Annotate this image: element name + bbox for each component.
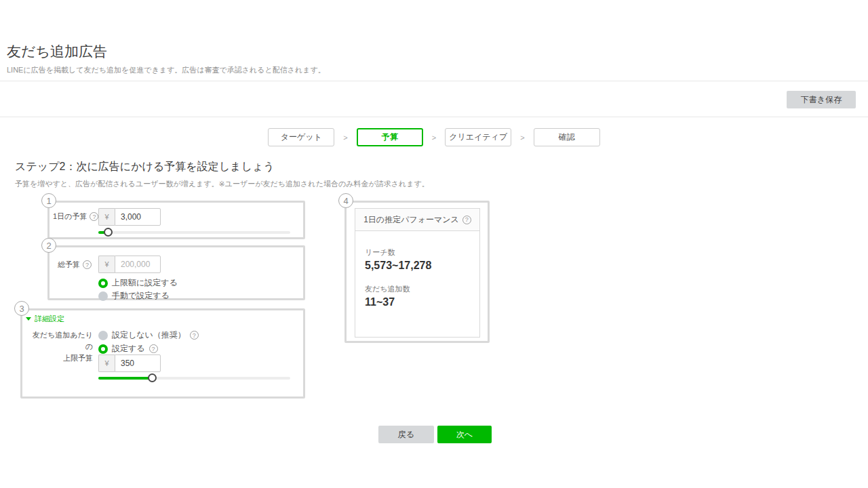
radio-set-limit[interactable]: 設定する ? (98, 343, 158, 354)
radio-label: 設定しない（推奨） (112, 329, 186, 341)
tab-confirm[interactable]: 確認 (534, 128, 600, 146)
help-icon[interactable]: ? (190, 331, 199, 340)
radio-set-upper-limit[interactable]: 上限額に設定する (98, 277, 178, 289)
per-friend-budget-input[interactable] (115, 354, 161, 372)
section-number-3: 3 (14, 301, 29, 316)
draft-save-button[interactable]: 下書き保存 (787, 91, 856, 108)
daily-budget-label-text: 1日の予算 (53, 211, 87, 222)
step-description: 予算を増やすと、広告が配信されるユーザー数が増えます。※ユーザーが友だち追加され… (15, 179, 429, 189)
friends-added-label: 友だち追加数 (365, 284, 470, 294)
section-number-4: 4 (338, 193, 353, 208)
chevron-right-icon: > (432, 134, 436, 142)
advanced-settings-toggle[interactable]: 詳細設定 (26, 314, 64, 324)
page-subtitle: LINEに広告を掲載して友だち追加を促進できます。広告は審査で承認されると配信さ… (7, 65, 326, 75)
friends-added-value: 11~37 (365, 296, 470, 308)
advanced-settings-label: 詳細設定 (35, 314, 64, 324)
chevron-right-icon: > (520, 134, 524, 142)
radio-no-limit[interactable]: 設定しない（推奨） ? (98, 329, 199, 341)
section-number-1: 1 (41, 193, 56, 208)
performance-panel: 1日の推定パフォーマンス ? リーチ数 5,573~17,278 友だち追加数 … (355, 208, 480, 338)
total-budget-input[interactable] (115, 256, 161, 273)
total-budget-label-text: 総予算 (58, 260, 80, 270)
slider-fill (98, 377, 152, 380)
back-button[interactable]: 戻る (378, 426, 434, 443)
radio-label: 上限額に設定する (112, 277, 178, 289)
slider-track (98, 231, 290, 234)
step-heading: ステップ2：次に広告にかける予算を設定しましょう (15, 160, 275, 174)
total-budget-section (47, 245, 305, 300)
radio-label: 設定する (112, 343, 145, 354)
radio-label: 手動で設定する (112, 290, 170, 302)
performance-panel-body: リーチ数 5,573~17,278 友だち追加数 11~37 (355, 231, 479, 308)
radio-unselected-icon[interactable] (98, 331, 108, 340)
step-tabs: ターゲット > 予算 > クリエイティブ > 確認 (0, 128, 868, 146)
slider-thumb[interactable] (104, 228, 113, 237)
per-friend-budget-slider[interactable] (98, 373, 290, 382)
currency-yen-icon: ¥ (98, 208, 115, 226)
help-icon[interactable]: ? (83, 260, 92, 269)
total-budget-money-group: ¥ (98, 256, 161, 273)
help-icon[interactable]: ? (462, 216, 471, 224)
divider (0, 81, 868, 81)
currency-yen-icon: ¥ (98, 354, 115, 372)
radio-unselected-icon[interactable] (98, 291, 108, 301)
reach-value: 5,573~17,278 (365, 260, 470, 272)
total-budget-label: 総予算 ? (58, 260, 92, 270)
tab-target[interactable]: ターゲット (268, 128, 334, 146)
per-friend-budget-label: 友だち追加あたりの 上限予算 (27, 329, 93, 364)
tab-creative[interactable]: クリエイティブ (445, 128, 511, 146)
daily-budget-money-group: ¥ (98, 208, 161, 226)
performance-panel-header: 1日の推定パフォーマンス ? (355, 209, 479, 231)
slider-thumb[interactable] (148, 373, 157, 382)
section-number-2: 2 (41, 238, 56, 253)
daily-budget-slider[interactable] (98, 228, 290, 237)
chevron-down-icon (26, 317, 31, 321)
friend-add-ad-page: 友だち追加広告 LINEに広告を掲載して友だち追加を促進できます。広告は審査で承… (0, 0, 868, 488)
radio-selected-icon[interactable] (98, 344, 108, 354)
page-title: 友だち追加広告 (7, 42, 107, 61)
performance-title: 1日の推定パフォーマンス (363, 214, 459, 226)
daily-budget-input[interactable] (115, 208, 161, 226)
per-friend-budget-money-group: ¥ (98, 354, 161, 372)
radio-set-manually[interactable]: 手動で設定する (98, 290, 170, 302)
help-icon[interactable]: ? (149, 344, 158, 353)
currency-yen-icon: ¥ (98, 256, 115, 273)
next-button[interactable]: 次へ (437, 426, 492, 443)
chevron-right-icon: > (343, 134, 347, 142)
daily-budget-label: 1日の予算 ? (53, 211, 98, 222)
per-friend-budget-label-line1: 友だち追加あたりの (27, 329, 93, 352)
radio-selected-icon[interactable] (98, 279, 108, 288)
tab-budget[interactable]: 予算 (357, 128, 423, 146)
per-friend-budget-label-line2: 上限予算 (27, 352, 93, 364)
help-icon[interactable]: ? (90, 212, 98, 221)
reach-label: リーチ数 (365, 247, 470, 258)
divider (0, 117, 868, 117)
